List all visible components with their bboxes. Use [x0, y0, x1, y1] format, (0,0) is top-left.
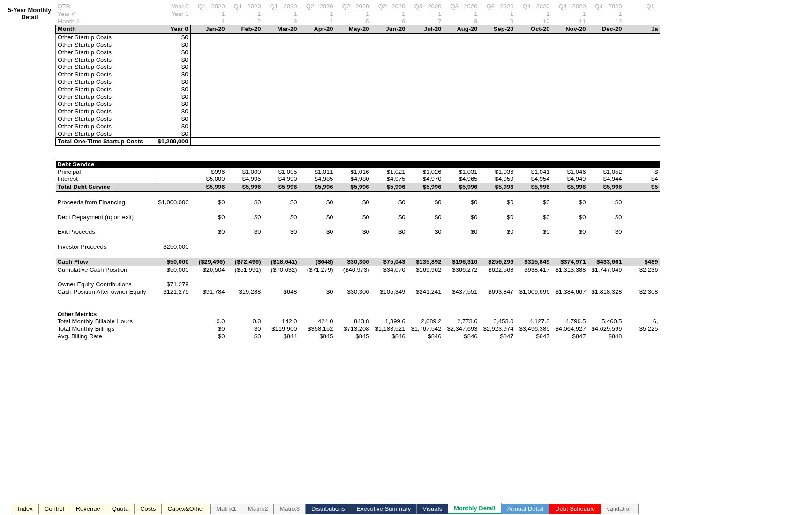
cell[interactable]: Ja	[624, 25, 660, 33]
cell[interactable]: $121,279	[154, 288, 191, 296]
row-label[interactable]: Debt Service	[56, 161, 154, 168]
cell[interactable]: $0	[444, 228, 480, 236]
cell[interactable]	[480, 49, 516, 56]
cell[interactable]	[624, 18, 660, 25]
cell[interactable]: $846	[371, 333, 407, 340]
cell[interactable]	[191, 123, 227, 130]
cell[interactable]: $4,629,599	[588, 325, 624, 333]
cell[interactable]	[299, 108, 335, 115]
cell[interactable]	[516, 71, 552, 78]
cell[interactable]: $5,996	[480, 183, 516, 192]
cell[interactable]	[552, 115, 588, 123]
cell[interactable]: $1,767,542	[407, 325, 444, 333]
cell[interactable]: $5,996	[588, 183, 624, 192]
cell[interactable]	[191, 41, 227, 49]
cell[interactable]	[371, 49, 407, 56]
cell[interactable]	[480, 281, 516, 288]
cell[interactable]: $0	[154, 78, 191, 86]
tab-distributions[interactable]: Distributions	[306, 504, 351, 514]
cell[interactable]	[407, 281, 444, 288]
cell[interactable]	[335, 123, 371, 130]
cell[interactable]	[407, 78, 444, 86]
cell[interactable]	[588, 281, 624, 288]
cell[interactable]: 1	[444, 10, 480, 18]
cell[interactable]	[407, 123, 444, 130]
cell[interactable]: $0	[299, 288, 335, 296]
cell[interactable]: Q4 - 2020	[552, 3, 588, 10]
cell[interactable]	[299, 41, 335, 49]
cell[interactable]: $196,310	[444, 258, 480, 266]
cell[interactable]: $437,551	[444, 288, 480, 296]
cell[interactable]: $0	[227, 333, 263, 340]
cell[interactable]	[371, 71, 407, 78]
row-label[interactable]: Total One-Time Startup Costs	[56, 138, 154, 146]
cell[interactable]: $2,923,974	[480, 325, 516, 333]
cell[interactable]	[552, 86, 588, 93]
cell[interactable]: $3,496,385	[516, 325, 552, 333]
cell[interactable]	[263, 130, 299, 138]
row-label[interactable]: Other Startup Costs	[56, 41, 154, 49]
cell[interactable]	[154, 161, 191, 168]
cell[interactable]: 0.0	[191, 318, 227, 325]
cell[interactable]: 6,	[624, 318, 660, 325]
cell[interactable]: $0	[154, 49, 191, 56]
cell[interactable]	[444, 161, 480, 168]
row-label[interactable]: Principal	[56, 168, 154, 176]
row-label[interactable]: Other Startup Costs	[56, 78, 154, 86]
cell[interactable]: $50,000	[154, 266, 191, 273]
cell[interactable]: $0	[588, 199, 624, 206]
cell[interactable]	[227, 41, 263, 49]
cell[interactable]: $0	[444, 199, 480, 206]
cell[interactable]: $0	[407, 228, 444, 236]
cell[interactable]	[335, 115, 371, 123]
cell[interactable]	[516, 123, 552, 130]
cell[interactable]: $1,009,696	[516, 288, 552, 296]
cell[interactable]: Q2 - 2020	[335, 3, 371, 10]
cell[interactable]	[154, 311, 191, 318]
cell[interactable]	[444, 100, 480, 108]
cell[interactable]	[516, 100, 552, 108]
cell[interactable]	[407, 33, 444, 41]
tab-monthly-detail[interactable]: Monthly Detail	[448, 503, 502, 514]
cell[interactable]	[480, 56, 516, 64]
cell[interactable]	[624, 108, 660, 115]
cell[interactable]	[407, 161, 444, 168]
cell[interactable]: $847	[480, 333, 516, 340]
cell[interactable]	[263, 63, 299, 71]
cell[interactable]	[588, 311, 624, 318]
cell[interactable]	[516, 115, 552, 123]
cell[interactable]: $622,568	[480, 266, 516, 273]
cell[interactable]	[552, 123, 588, 130]
row-label[interactable]: Proceeds from Financing	[56, 199, 154, 206]
cell[interactable]: $4	[624, 175, 660, 183]
cell[interactable]	[154, 175, 191, 183]
cell[interactable]: Q2 - 2020	[299, 3, 335, 10]
cell[interactable]	[263, 56, 299, 64]
cell[interactable]	[335, 100, 371, 108]
cell[interactable]: $1,747,049	[588, 266, 624, 273]
cell[interactable]: $0	[154, 108, 191, 115]
cell[interactable]	[227, 123, 263, 130]
cell[interactable]: $241,241	[407, 288, 444, 296]
row-label[interactable]: Avg. Billing Rate	[56, 333, 154, 340]
cell[interactable]: $374,971	[552, 258, 588, 266]
row-label[interactable]: Cumulative Cash Position	[56, 266, 154, 273]
cell[interactable]: $846	[444, 333, 480, 340]
cell[interactable]: 7	[407, 18, 444, 25]
cell[interactable]	[335, 78, 371, 86]
cell[interactable]: $0	[335, 199, 371, 206]
row-label[interactable]: Year #	[56, 10, 154, 18]
cell[interactable]	[263, 86, 299, 93]
cell[interactable]: $1,021	[371, 168, 407, 176]
cell[interactable]	[335, 130, 371, 138]
row-label[interactable]: Other Startup Costs	[56, 93, 154, 101]
cell[interactable]	[227, 281, 263, 288]
cell[interactable]	[371, 108, 407, 115]
cell[interactable]	[335, 108, 371, 115]
cell[interactable]: ($51,991)	[227, 266, 263, 273]
cell[interactable]: $119,900	[263, 325, 299, 333]
cell[interactable]	[299, 161, 335, 168]
cell[interactable]	[588, 243, 624, 251]
cell[interactable]: Q1 - 2020	[263, 3, 299, 10]
cell[interactable]	[444, 281, 480, 288]
